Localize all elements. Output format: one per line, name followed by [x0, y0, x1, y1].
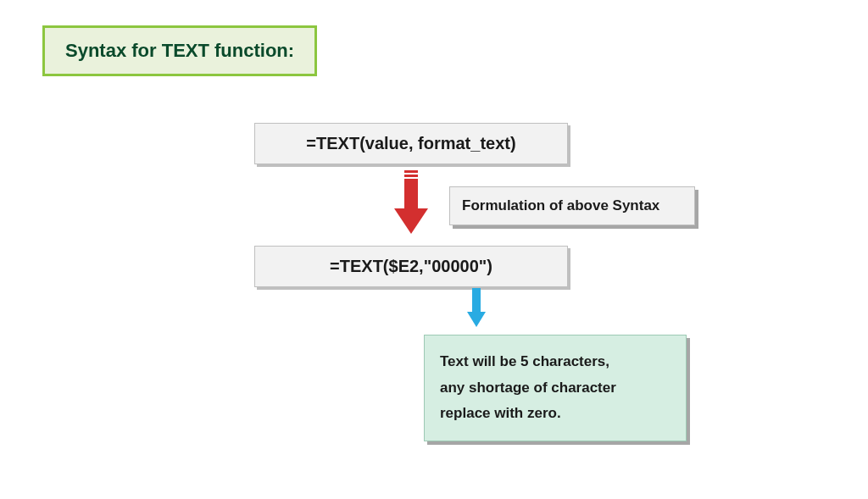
result-line-3: replace with zero. — [440, 401, 670, 427]
svg-rect-1 — [404, 175, 418, 177]
formulation-callout: Formulation of above Syntax — [449, 186, 695, 225]
title-box: Syntax for TEXT function: — [42, 25, 317, 76]
syntax-formula-text: =TEXT(value, format_text) — [306, 134, 515, 152]
svg-marker-5 — [467, 312, 486, 327]
svg-rect-0 — [404, 170, 418, 173]
title-text: Syntax for TEXT function: — [65, 40, 294, 61]
svg-rect-2 — [404, 179, 418, 211]
result-line-1: Text will be 5 characters, — [440, 349, 670, 375]
down-arrow-blue-icon — [467, 288, 486, 329]
example-formula-box: =TEXT($E2,"00000") — [254, 246, 568, 287]
result-explanation-box: Text will be 5 characters, any shortage … — [424, 335, 687, 441]
result-line-2: any shortage of character — [440, 375, 670, 402]
example-formula-text: =TEXT($E2,"00000") — [330, 257, 492, 275]
down-arrow-red-icon — [390, 168, 432, 236]
svg-marker-3 — [394, 208, 428, 234]
formulation-text: Formulation of above Syntax — [462, 197, 659, 213]
syntax-formula-box: =TEXT(value, format_text) — [254, 123, 568, 164]
svg-rect-4 — [472, 288, 481, 313]
